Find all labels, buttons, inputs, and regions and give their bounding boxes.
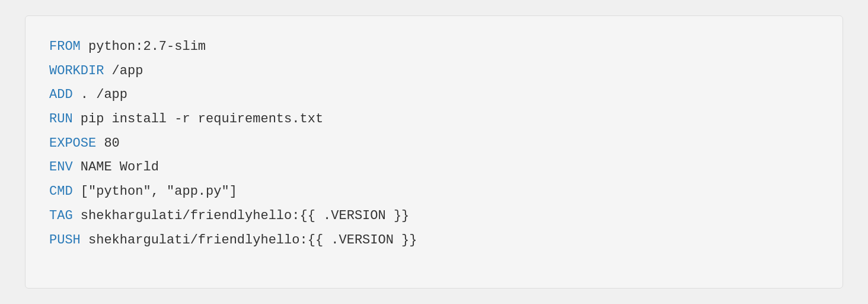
line-tag: TAG shekhargulati/friendlyhello:{{ .VERS… [49, 204, 819, 229]
line-push: PUSH shekhargulati/friendlyhello:{{ .VER… [49, 229, 819, 253]
line-workdir-rest: /app [104, 64, 143, 78]
code-container: FROM python:2.7-slimWORKDIR /appADD . /a… [25, 15, 843, 289]
line-from: FROM python:2.7-slim [49, 35, 819, 59]
line-run-rest: pip install -r requirements.txt [73, 112, 323, 126]
line-run: RUN pip install -r requirements.txt [49, 107, 819, 132]
line-push-rest: shekhargulati/friendlyhello:{{ .VERSION … [81, 233, 417, 248]
line-tag-keyword: TAG [49, 208, 73, 223]
line-cmd-rest: ["python", "app.py"] [73, 184, 237, 199]
line-env-rest: NAME World [73, 160, 159, 175]
line-from-rest: python:2.7-slim [81, 39, 206, 54]
line-add-keyword: ADD [49, 87, 73, 102]
line-from-keyword: FROM [49, 39, 81, 54]
line-workdir: WORKDIR /app [49, 59, 819, 84]
line-add: ADD . /app [49, 83, 819, 107]
line-env-keyword: ENV [49, 160, 73, 175]
code-block: FROM python:2.7-slimWORKDIR /appADD . /a… [49, 35, 819, 252]
line-workdir-keyword: WORKDIR [49, 64, 104, 78]
line-expose-keyword: EXPOSE [49, 136, 96, 151]
line-cmd-keyword: CMD [49, 184, 73, 199]
line-push-keyword: PUSH [49, 233, 81, 248]
line-expose: EXPOSE 80 [49, 132, 819, 156]
line-run-keyword: RUN [49, 112, 73, 126]
line-add-rest: . /app [73, 87, 127, 102]
line-env: ENV NAME World [49, 156, 819, 180]
line-expose-rest: 80 [96, 136, 120, 151]
line-tag-rest: shekhargulati/friendlyhello:{{ .VERSION … [73, 208, 410, 223]
line-cmd: CMD ["python", "app.py"] [49, 180, 819, 204]
